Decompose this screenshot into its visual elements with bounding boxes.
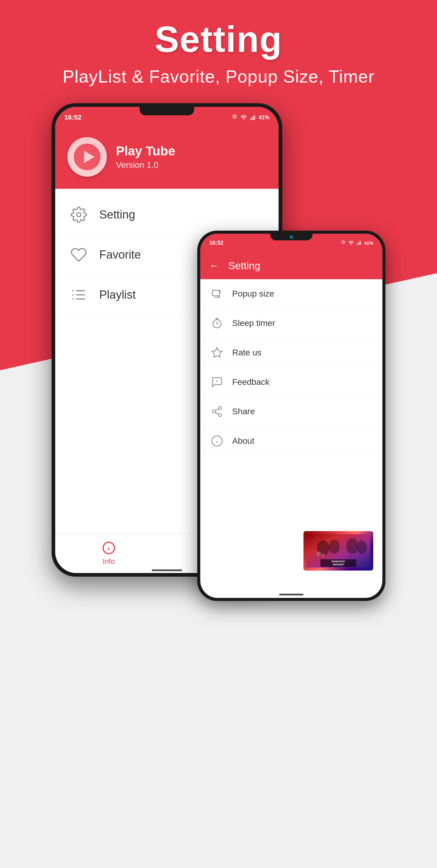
- setting-label-popup: Popup size: [232, 289, 274, 299]
- setting-item-about[interactable]: About: [200, 426, 382, 456]
- svg-point-28: [218, 406, 222, 409]
- svg-rect-3: [254, 115, 255, 120]
- svg-point-40: [357, 540, 367, 554]
- thumbnail-svg: ROMANTIC MASHUP: [307, 534, 370, 567]
- svg-line-32: [215, 409, 218, 411]
- phone-notch-large: [139, 107, 194, 115]
- setting-label-feedback: Feedback: [232, 377, 270, 387]
- share-icon: [211, 405, 223, 417]
- alarm-icon: [231, 114, 238, 121]
- svg-rect-20: [359, 242, 360, 245]
- svg-rect-22: [212, 290, 219, 296]
- about-icon: [211, 435, 223, 447]
- setting-header: ← Setting: [200, 252, 382, 279]
- setting-item-share[interactable]: Share: [200, 397, 382, 426]
- signal-icon-small: [356, 240, 362, 246]
- nav-label-info: Info: [102, 557, 115, 566]
- page-subtitle: PlayList & Favorite, Popup Size, Timer: [0, 66, 437, 87]
- setting-label-rate: Rate us: [232, 348, 261, 358]
- svg-point-12: [72, 298, 74, 300]
- playlist-icon: [70, 286, 87, 303]
- status-icons-small: 41%: [341, 240, 373, 246]
- svg-rect-1: [251, 118, 252, 120]
- phone-home-bar-small: [279, 594, 304, 595]
- svg-rect-21: [360, 241, 361, 245]
- wifi-icon: [240, 114, 247, 121]
- svg-marker-25: [212, 347, 222, 357]
- page-title: Setting: [0, 18, 437, 60]
- svg-point-11: [72, 294, 74, 296]
- star-icon: [211, 347, 223, 359]
- phone-home-bar-large: [152, 569, 182, 571]
- app-logo: [67, 137, 107, 177]
- wifi-icon-small: [348, 240, 354, 246]
- svg-point-30: [218, 414, 222, 417]
- gear-icon: [70, 206, 87, 223]
- setting-label-share: Share: [232, 407, 255, 416]
- phone-small: 16:52 41%: [197, 231, 385, 601]
- app-version: Version 1.0: [116, 160, 175, 170]
- header-section: Setting PlayList & Favorite, Popup Size,…: [0, 18, 437, 87]
- setting-screen-title: Setting: [228, 260, 260, 272]
- setting-menu: Popup size Sleep timer Rate: [200, 279, 382, 456]
- setting-label-about: About: [232, 436, 254, 446]
- status-bar-small: 16:52 41%: [200, 234, 382, 252]
- svg-point-38: [329, 539, 340, 554]
- setting-item-timer[interactable]: Sleep timer: [200, 309, 382, 338]
- setting-item-feedback[interactable]: Feedback: [200, 368, 382, 397]
- phones-container: 16:52: [52, 103, 385, 771]
- status-bar-large: 16:52: [55, 107, 279, 128]
- svg-point-41: [317, 552, 321, 556]
- svg-point-39: [346, 538, 358, 554]
- svg-point-29: [212, 410, 215, 413]
- svg-line-31: [215, 412, 218, 414]
- battery-text-small: 41%: [364, 240, 373, 246]
- menu-label-favorite: Favorite: [99, 248, 141, 261]
- logo-gradient: [67, 137, 107, 177]
- status-time-small: 16:52: [209, 240, 223, 246]
- menu-label-playlist: Playlist: [99, 288, 136, 301]
- signal-icon: [249, 114, 256, 121]
- battery-text-large: 41%: [258, 115, 270, 121]
- phone-small-screen: 16:52 41%: [200, 234, 382, 598]
- popup-icon: [211, 288, 223, 300]
- svg-rect-19: [358, 243, 358, 245]
- app-info: Play Tube Version 1.0: [116, 144, 175, 170]
- phone-notch-small: [270, 234, 313, 240]
- svg-rect-0: [250, 119, 251, 120]
- setting-item-rate[interactable]: Rate us: [200, 338, 382, 368]
- feedback-icon: [211, 376, 223, 388]
- status-time-large: 16:52: [64, 114, 81, 121]
- timer-icon: [211, 317, 223, 329]
- svg-rect-2: [253, 116, 254, 120]
- app-name: Play Tube: [116, 144, 175, 158]
- setting-label-timer: Sleep timer: [232, 318, 275, 328]
- alarm-icon-small: [341, 240, 346, 246]
- svg-text:ROMANTIC: ROMANTIC: [332, 560, 345, 563]
- svg-point-10: [72, 290, 74, 291]
- camera-dot-small: [289, 235, 293, 239]
- nav-item-info[interactable]: Info: [102, 541, 116, 566]
- video-thumbnail-small: ROMANTIC MASHUP: [304, 531, 373, 570]
- setting-item-popup[interactable]: Popup size: [200, 279, 382, 309]
- svg-point-42: [321, 553, 325, 557]
- menu-item-setting[interactable]: Setting: [55, 195, 279, 235]
- status-icons-large: 41%: [231, 114, 270, 121]
- heart-icon: [70, 246, 87, 263]
- back-button[interactable]: ←: [209, 260, 219, 271]
- menu-label-setting: Setting: [99, 208, 135, 221]
- svg-rect-18: [356, 244, 357, 245]
- svg-text:MASHUP: MASHUP: [333, 563, 344, 566]
- info-nav-icon: [102, 541, 116, 555]
- thumbnail-image: ROMANTIC MASHUP: [304, 531, 373, 570]
- app-header: Play Tube Version 1.0: [55, 128, 279, 189]
